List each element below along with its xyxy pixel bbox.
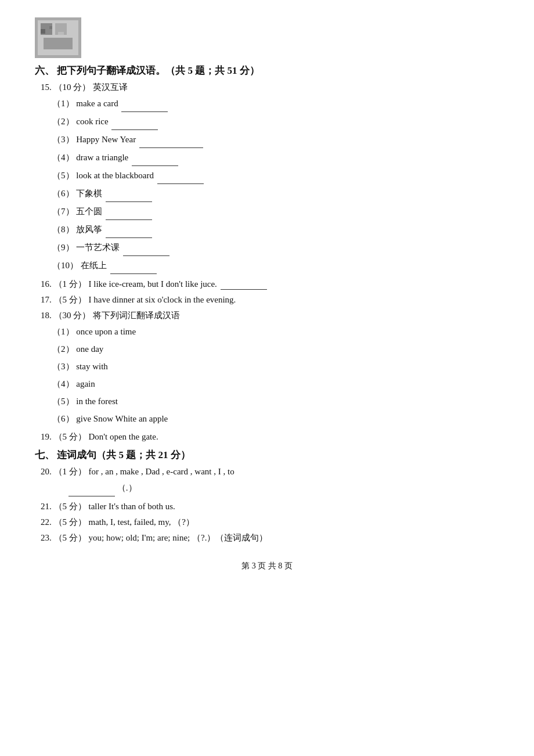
q18-item-6: （6） give Snow White an apple — [52, 411, 499, 427]
q15-header: 15. （10 分） 英汉互译 — [41, 82, 499, 93]
section-7-title: 七、 连词成句（共 5 题；共 21 分） — [35, 448, 499, 462]
svg-rect-4 — [41, 29, 45, 34]
page-footer: 第 3 页 共 8 页 — [35, 561, 499, 571]
svg-rect-3 — [44, 38, 73, 49]
q18-item-3: （3） stay with — [52, 359, 499, 375]
question-20: 20. （1 分） for , an , make , Dad , e-card… — [41, 466, 499, 496]
q15-blank-7[interactable] — [106, 204, 152, 220]
page-info: 第 3 页 共 8 页 — [241, 561, 293, 570]
section-6-title: 六、 把下列句子翻译成汉语。（共 5 题；共 51 分） — [35, 64, 499, 77]
section-6: 六、 把下列句子翻译成汉语。（共 5 题；共 51 分） 15. （10 分） … — [35, 64, 499, 442]
question-23: 23. （5 分） you; how; old; I'm; are; nine;… — [41, 532, 499, 543]
q15-blank-8[interactable] — [106, 222, 152, 238]
q16-blank[interactable] — [221, 279, 267, 290]
q15-blank-3[interactable] — [139, 132, 203, 148]
q18-item-5: （5） in the forest — [52, 394, 499, 409]
q15-blank-2[interactable] — [111, 114, 158, 130]
q20-line2: （.） — [67, 480, 499, 496]
q15-blank-9[interactable] — [123, 240, 169, 256]
q22-header: 22. （5 分） math, I, test, failed, my, （?） — [41, 517, 499, 528]
q19-header: 19. （5 分） Don't open the gate. — [41, 431, 499, 442]
q18-item-1: （1） once upon a time — [52, 324, 499, 340]
section-7: 七、 连词成句（共 5 题；共 21 分） 20. （1 分） for , an… — [35, 448, 499, 543]
q15-blank-4[interactable] — [132, 150, 178, 166]
q15-item-9: （9） 一节艺术课 — [52, 240, 499, 256]
q15-item-8: （8） 放风筝 — [52, 222, 499, 238]
logo-area — [35, 17, 499, 58]
q15-item-5: （5） look at the blackboard — [52, 168, 499, 184]
q18-item-4: （4） again — [52, 376, 499, 392]
question-19: 19. （5 分） Don't open the gate. — [41, 431, 499, 442]
question-15: 15. （10 分） 英汉互译 （1） make a card （2） cook… — [41, 82, 499, 274]
svg-rect-5 — [49, 26, 52, 29]
q15-blank-5[interactable] — [157, 168, 204, 184]
question-17: 17. （5 分） I have dinner at six o'clock i… — [41, 294, 499, 305]
q15-item-7: （7） 五个圆 — [52, 204, 499, 220]
q15-item-4: （4） draw a triangle — [52, 150, 499, 166]
q20-header: 20. （1 分） for , an , make , Dad , e-card… — [41, 466, 499, 477]
q18-header: 18. （30 分） 将下列词汇翻译成汉语 — [41, 310, 499, 321]
q17-header: 17. （5 分） I have dinner at six o'clock i… — [41, 294, 499, 305]
q15-blank-1[interactable] — [121, 96, 168, 112]
q15-item-3: （3） Happy New Year — [52, 132, 499, 148]
q21-header: 21. （5 分） taller It's than of both us. — [41, 501, 499, 512]
question-18: 18. （30 分） 将下列词汇翻译成汉语 （1） once upon a ti… — [41, 310, 499, 427]
q16-header: 16. （1 分） I like ice-cream, but I don't … — [41, 279, 499, 290]
q23-header: 23. （5 分） you; how; old; I'm; are; nine;… — [41, 532, 499, 543]
q15-item-10: （10） 在纸上 — [52, 258, 499, 274]
logo-image — [35, 17, 81, 58]
q15-item-1: （1） make a card — [52, 96, 499, 112]
q15-item-6: （6） 下象棋 — [52, 186, 499, 202]
q15-item-2: （2） cook rice — [52, 114, 499, 130]
question-22: 22. （5 分） math, I, test, failed, my, （?） — [41, 517, 499, 528]
question-21: 21. （5 分） taller It's than of both us. — [41, 501, 499, 512]
q18-item-2: （2） one day — [52, 341, 499, 357]
q20-blank[interactable] — [68, 480, 115, 496]
q15-blank-6[interactable] — [106, 186, 152, 202]
question-16: 16. （1 分） I like ice-cream, but I don't … — [41, 279, 499, 290]
q15-blank-10[interactable] — [110, 258, 157, 274]
svg-rect-6 — [58, 32, 64, 35]
